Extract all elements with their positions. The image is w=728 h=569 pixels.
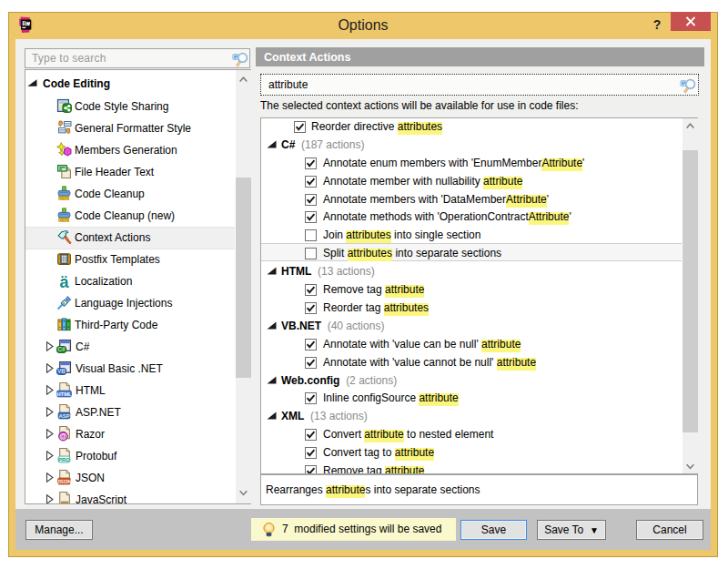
svg-text:JSON: JSON <box>56 479 71 484</box>
